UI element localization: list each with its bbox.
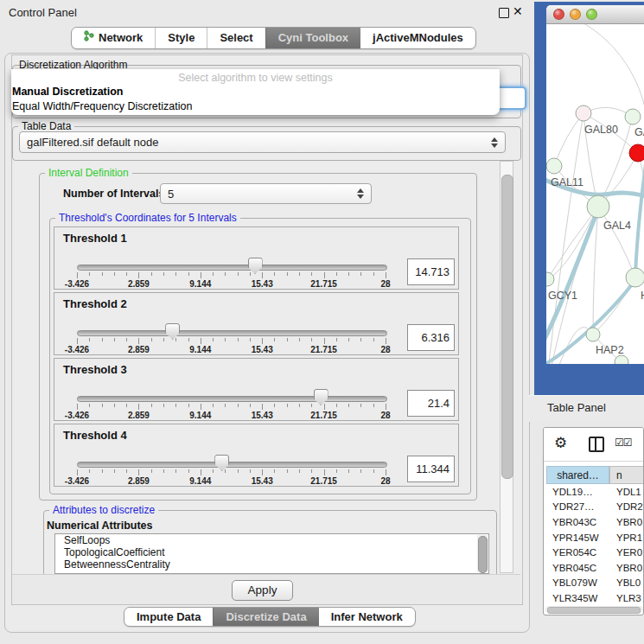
tab-select[interactable]: Select xyxy=(207,28,265,48)
slider-axis-labels: -3.4262.8599.14415.4321.71528 xyxy=(77,279,386,289)
table-row[interactable]: YDR27…YDR2 xyxy=(546,500,644,515)
float-panel-icon[interactable] xyxy=(499,8,509,18)
svg-text:H: H xyxy=(641,290,644,302)
slider-track[interactable] xyxy=(77,330,387,336)
attribute-list-item[interactable]: SelfLoops xyxy=(55,534,488,546)
threshold-label: Threshold 1 xyxy=(63,232,127,245)
number-of-intervals-value: 5 xyxy=(168,188,354,201)
table-row[interactable]: YER054CYER0 xyxy=(546,545,644,560)
table-row[interactable]: YBR043CYBR0 xyxy=(546,514,644,530)
threshold-panel: Threshold 4-3.4262.8599.14415.4321.71528… xyxy=(54,424,459,487)
tab-style[interactable]: Style xyxy=(155,28,207,48)
tab-jactivemnodules[interactable]: jActiveMNodules xyxy=(360,28,475,48)
tab-cyni-toolbox[interactable]: Cyni Toolbox xyxy=(265,28,360,48)
table-row[interactable]: YDL19…YDL1 xyxy=(546,484,644,500)
network-window-titlebar[interactable] xyxy=(546,5,644,24)
interval-definition-group-title: Interval Definition xyxy=(45,167,132,179)
tab-label: jActiveMNodules xyxy=(373,28,463,48)
attribute-list-item[interactable]: BetweennessCentrality xyxy=(55,558,488,571)
table-row[interactable]: YBR045CYBR0 xyxy=(546,560,644,576)
svg-text:GAL4: GAL4 xyxy=(603,220,631,232)
table-cell: YBR0 xyxy=(609,517,644,527)
threshold-value-field[interactable]: 6.316 xyxy=(407,324,455,351)
algorithm-dropdown-popup: Select algorithm to view settings Manual… xyxy=(11,69,500,115)
network-canvas[interactable]: GAL80GAGAL11GAL4GCY1HHAP2 xyxy=(546,24,644,364)
threshold-value-field[interactable]: 11.344 xyxy=(407,456,455,482)
threshold-value-field[interactable]: 14.713 xyxy=(407,258,455,285)
apply-button[interactable]: Apply xyxy=(232,580,293,601)
table-cell: YPR145W xyxy=(546,532,609,543)
mode-tab-discretize-data[interactable]: Discretize Data xyxy=(213,608,318,626)
mode-tab-infer-network[interactable]: Infer Network xyxy=(319,608,415,626)
table-cell: YBR045C xyxy=(546,563,609,573)
threshold-panel: Threshold 2-3.4262.8599.14415.4321.71528… xyxy=(54,292,459,355)
table-row[interactable]: YLR345WYLR3 xyxy=(546,590,644,606)
mode-tab-label: Infer Network xyxy=(331,608,403,626)
tab-network[interactable]: Network xyxy=(72,28,155,48)
table-cell: YBL0 xyxy=(609,577,644,588)
table-row[interactable]: YPR145WYPR1 xyxy=(546,530,644,545)
settings-scrollbar-thumb[interactable] xyxy=(501,175,513,479)
threshold-group-title: Threshold's Coordinates for 5 Intervals xyxy=(55,212,240,224)
slider-axis-labels: -3.4262.8599.14415.4321.71528 xyxy=(77,411,386,420)
close-panel-icon[interactable]: ✕ xyxy=(513,4,523,18)
table-rows: YDL19…YDL1YDR27…YDR2YBR043CYBR0YPR145WYP… xyxy=(546,484,644,606)
split-column-icon[interactable] xyxy=(589,437,604,452)
mac-zoom-icon[interactable] xyxy=(586,9,597,20)
panel-title: Control Panel xyxy=(9,6,77,19)
tab-label: Network xyxy=(99,28,143,48)
slider-track[interactable] xyxy=(77,265,387,271)
settings-scrollbar[interactable] xyxy=(500,161,513,573)
slider-ticks xyxy=(77,469,386,476)
network-window: GAL80GAGAL11GAL4GCY1HHAP2 xyxy=(546,5,644,364)
table-cell: YLR3 xyxy=(609,593,644,603)
tab-label: Select xyxy=(220,28,252,48)
mac-minimize-icon[interactable] xyxy=(570,9,581,20)
cyni-mode-tabs: Impute DataDiscretize DataInfer Network xyxy=(124,607,416,627)
attributes-list-scrollbar[interactable] xyxy=(477,535,488,572)
table-panel-title: Table Panel xyxy=(547,401,606,414)
numerical-attributes-list[interactable]: SelfLoopsTopologicalCoefficientBetweenne… xyxy=(54,533,489,574)
checkbox-pair-icon[interactable]: ☑☑ xyxy=(615,437,632,449)
threshold-panels: Threshold 1-3.4262.8599.14415.4321.71528… xyxy=(54,226,459,489)
node-table: ⚙ ☑☑ shared…n YDL19…YDL1YDR27…YDR2YBR043… xyxy=(543,427,644,615)
algorithm-option[interactable]: Manual Discretization xyxy=(11,84,500,99)
table-data-selected-value: galFiltered.sif default node xyxy=(27,136,488,149)
svg-text:HAP2: HAP2 xyxy=(596,344,624,356)
table-cell: YBL079W xyxy=(546,577,609,588)
algorithm-option[interactable]: Equal Width/Frequency Discretization xyxy=(11,99,500,113)
table-cell: YBR0 xyxy=(609,563,644,573)
table-data-combobox[interactable]: galFiltered.sif default node xyxy=(19,131,506,153)
mode-tab-label: Impute Data xyxy=(137,608,201,626)
attributes-group-title: Attributes to discretize xyxy=(49,504,158,516)
svg-text:GCY1: GCY1 xyxy=(548,290,577,302)
table-cell: YER0 xyxy=(609,547,644,558)
table-hscrollbar[interactable] xyxy=(545,606,643,613)
gear-icon[interactable]: ⚙ xyxy=(554,434,567,452)
attribute-list-item[interactable]: TopologicalCoefficient xyxy=(55,546,488,558)
table-column-header[interactable]: n xyxy=(609,466,644,484)
slider-track[interactable] xyxy=(77,396,387,402)
slider-track[interactable] xyxy=(77,462,387,468)
table-row[interactable]: YBL079WYBL0 xyxy=(546,576,644,591)
table-column-header[interactable]: shared… xyxy=(546,466,609,484)
mac-close-icon[interactable] xyxy=(553,9,564,20)
algorithm-placeholder-option[interactable]: Select algorithm to view settings xyxy=(11,69,500,84)
threshold-label: Threshold 2 xyxy=(63,297,127,310)
threshold-panel: Threshold 1-3.4262.8599.14415.4321.71528… xyxy=(54,226,459,290)
table-cell: YDL1 xyxy=(609,487,644,497)
threshold-value-field[interactable]: 21.4 xyxy=(407,390,455,417)
number-of-intervals-spinner[interactable]: 5 xyxy=(160,183,372,204)
table-data-group-title: Table Data xyxy=(18,120,74,132)
control-panel-titlebar: Control Panel ✕ xyxy=(0,0,533,24)
mode-tab-impute-data[interactable]: Impute Data xyxy=(124,608,213,626)
table-cell: YDL19… xyxy=(546,487,609,497)
table-toolbar: ⚙ ☑☑ xyxy=(544,428,643,462)
table-cell: YLR345W xyxy=(546,593,609,603)
numerical-attributes-label: Numerical Attributes xyxy=(47,520,152,532)
tab-label: Style xyxy=(168,28,194,48)
mode-tab-label: Discretize Data xyxy=(226,608,306,626)
slider-axis-labels: -3.4262.8599.14415.4321.71528 xyxy=(77,476,386,486)
combo-stepper-icon xyxy=(491,137,498,148)
slider-ticks xyxy=(77,404,386,411)
